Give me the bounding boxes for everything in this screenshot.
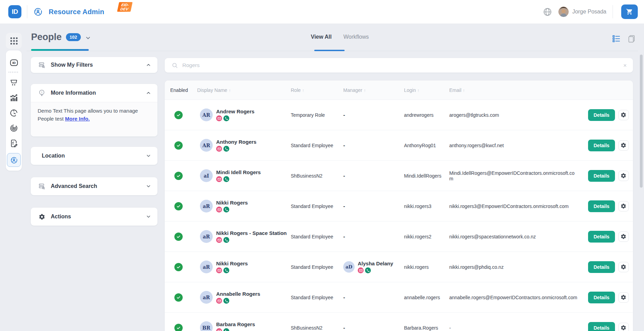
phone-badge-icon (223, 328, 229, 331)
list-view-icon[interactable] (612, 35, 621, 42)
details-button[interactable]: Details (588, 200, 615, 212)
cart-button[interactable] (621, 4, 638, 19)
phone-badge-icon (223, 267, 229, 273)
cell-display-name[interactable]: aR Annabelle Rogers (197, 291, 291, 304)
details-button[interactable]: Details (588, 292, 615, 303)
more-info-link[interactable]: More Info. (65, 116, 90, 122)
panel-show-my-filters-header[interactable]: Show My Filters (31, 57, 157, 73)
record-count-badge: 102 (66, 33, 81, 41)
row-settings-button[interactable] (618, 323, 629, 331)
user-avatar (558, 7, 569, 17)
details-button[interactable]: Details (588, 170, 615, 182)
column-header-role[interactable]: Role↑ (291, 87, 343, 93)
rail-item-resource-admin[interactable] (7, 153, 21, 167)
left-icon-rail: ID (6, 50, 22, 171)
row-settings-button[interactable] (618, 262, 629, 272)
column-header-enabled: Enabled (170, 87, 197, 93)
panel-actions-header[interactable]: Actions (31, 208, 157, 226)
search-input[interactable]: Rogers (182, 62, 623, 68)
rail-item-dashboard[interactable] (6, 105, 22, 121)
details-button[interactable]: Details (588, 140, 615, 151)
cell-role: ShBusinessN2 (291, 173, 343, 179)
search-bar[interactable]: Rogers × (165, 58, 633, 73)
page-title: People (31, 32, 62, 42)
phone-badge-icon (223, 237, 229, 243)
cell-display-name[interactable]: AR Andrew Rogers (197, 108, 291, 121)
row-settings-button[interactable] (618, 201, 629, 211)
row-settings-button[interactable] (618, 110, 629, 120)
divider (27, 5, 27, 18)
page-head: People 102 (31, 32, 91, 42)
tab-workflows[interactable]: Workflows (343, 34, 369, 44)
person-avatar: AR (200, 108, 213, 121)
panel-advanced-search-header[interactable]: Advanced Search (31, 177, 157, 195)
rail-item-analytics[interactable] (6, 90, 22, 105)
rail-item-cart[interactable] (6, 75, 22, 90)
gear-icon (621, 173, 626, 179)
manager-block[interactable]: aD Alysha Delany (343, 261, 404, 273)
row-settings-button[interactable] (618, 292, 629, 303)
rail-item-identity[interactable] (6, 121, 22, 136)
cell-display-name[interactable]: aR Nikki Rogers (197, 200, 291, 212)
divider (613, 5, 613, 18)
column-header-email[interactable]: Email↑ (449, 87, 581, 93)
cell-display-name[interactable]: aR Nikki Rogers (197, 261, 291, 273)
gear-icon (621, 234, 626, 239)
cell-login: annabelle.rogers (404, 295, 449, 300)
vertical-scrollbar[interactable] (640, 55, 643, 188)
column-header-login[interactable]: Login↑ (404, 87, 449, 93)
row-settings-button[interactable] (618, 140, 629, 151)
person-badges (216, 237, 287, 243)
email-badge-icon (216, 146, 222, 152)
chevron-down-icon[interactable] (85, 35, 91, 41)
person-avatar: aR (200, 200, 213, 212)
app-launcher-button[interactable] (6, 33, 22, 49)
rail-item-id-badge[interactable]: ID (6, 55, 22, 70)
cell-display-name[interactable]: AR Anthony Rogers (197, 139, 291, 152)
sort-arrow-icon: ↑ (229, 88, 231, 93)
top-bar: ID Resource Admin EID-DEV (0, 0, 644, 23)
enabled-check-icon (174, 202, 183, 210)
empowerid-logo[interactable]: ID (8, 5, 21, 18)
table-header-row: Enabled Display Name↑ Role↑ Manager↑ Log… (165, 81, 633, 100)
gear-icon (621, 112, 626, 118)
cell-manager: aD Alysha Delany (343, 261, 404, 273)
cell-login: nikki.rogers3 (404, 204, 449, 209)
tab-view-all[interactable]: View All (311, 34, 331, 44)
enabled-check-icon (174, 324, 183, 331)
cell-display-name[interactable]: aR Nikki Rogers - Space Station (197, 230, 291, 243)
column-header-manager[interactable]: Manager↑ (343, 87, 404, 93)
top-bar-left: ID Resource Admin EID-DEV (8, 0, 104, 23)
rail-item-requests[interactable] (6, 136, 22, 151)
sort-arrow-icon: ↑ (302, 88, 304, 93)
person-avatar: AR (200, 139, 213, 152)
cell-email: annabelle.rogers@EmpowerIDContractors.on… (449, 295, 581, 300)
panel-location-header[interactable]: Location (31, 147, 157, 165)
row-settings-button[interactable] (618, 231, 629, 242)
language-globe-icon[interactable] (543, 7, 552, 17)
cell-login: andrewrogers (404, 112, 449, 118)
details-button[interactable]: Details (588, 231, 615, 243)
cell-manager: - (343, 294, 404, 301)
resource-admin-icon (10, 156, 18, 164)
panel-label: More Information (51, 90, 96, 96)
card-view-icon[interactable] (627, 35, 636, 43)
email-badge-icon (216, 207, 222, 212)
manager-dash: - (343, 203, 345, 209)
user-name: Jorge Posada (572, 9, 606, 15)
cell-display-name[interactable]: aI Mindi Idell Rogers (197, 169, 291, 182)
cell-login: AnthonyRog01 (404, 143, 449, 148)
person-avatar: BR (200, 321, 213, 331)
table-row: BR Barbara Rogers ShBusinessN2 - (165, 313, 633, 331)
panel-more-information-header[interactable]: i More Information (31, 84, 157, 102)
details-button[interactable]: Details (588, 322, 615, 331)
cell-display-name[interactable]: BR Barbara Rogers (197, 321, 291, 331)
user-menu[interactable]: Jorge Posada (558, 7, 606, 17)
row-settings-button[interactable] (618, 171, 629, 181)
details-button[interactable]: Details (588, 109, 615, 121)
column-header-display-name[interactable]: Display Name↑ (197, 87, 291, 93)
clear-search-icon[interactable]: × (623, 63, 627, 68)
details-button[interactable]: Details (588, 261, 615, 273)
cell-enabled (170, 233, 197, 241)
enabled-check-icon (174, 263, 183, 271)
